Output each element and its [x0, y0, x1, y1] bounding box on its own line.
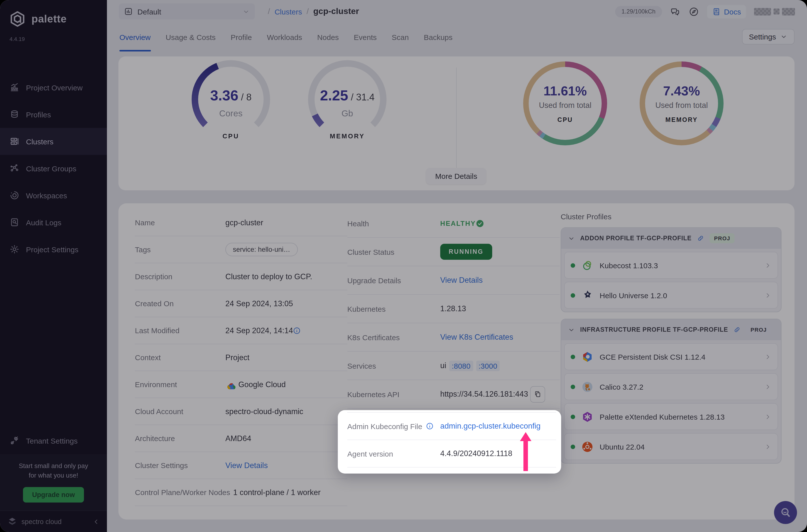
gauge-label: MEMORY — [300, 132, 395, 140]
link-view-details[interactable]: View Details — [225, 461, 268, 470]
clusters-icon — [10, 136, 19, 146]
row-label: Architecture — [135, 434, 225, 442]
search-fab-button[interactable] — [774, 501, 797, 524]
sidebar-item-audit-logs[interactable]: Audit Logs — [0, 209, 107, 236]
row-value: 1 control-plane / 1 worker — [233, 488, 321, 497]
sidebar: palette 4.4.19 Project OverviewProfilesC… — [0, 0, 107, 532]
cluster-groups-icon — [10, 163, 19, 173]
sidebar-item-label: Cluster Groups — [26, 164, 76, 173]
project-selector[interactable]: Default — [119, 3, 255, 19]
workspaces-icon — [10, 190, 19, 200]
donut-percent: 11.61% — [543, 83, 587, 99]
spectro-logo-icon — [7, 516, 18, 527]
sidebar-item-clusters[interactable]: Clusters — [0, 128, 107, 155]
scope-badge: PROJ — [746, 325, 771, 335]
tab-usage-costs[interactable]: Usage & Costs — [166, 23, 215, 52]
project-selector-value: Default — [137, 7, 161, 16]
row-label: Cloud Account — [135, 407, 225, 416]
row-kubernetes: Kubernetes1.28.13 — [347, 295, 560, 323]
service-port-link[interactable]: :8080 — [449, 360, 473, 371]
info-icon[interactable] — [293, 326, 301, 335]
brand-name: palette — [32, 13, 67, 25]
row-agent-version: Agent version 4.4.9/20240912.1118 — [347, 440, 556, 468]
info-icon[interactable] — [426, 422, 434, 430]
gce-logo-icon — [581, 350, 594, 363]
chevron-down-icon — [568, 234, 575, 242]
link-view-details[interactable]: View Details — [440, 276, 483, 285]
row-services: Servicesui:8080:3000 — [347, 352, 560, 380]
row-label: Cluster Settings — [135, 461, 225, 470]
service-port-link[interactable]: :3000 — [476, 360, 500, 371]
sidebar-item-tenant-settings[interactable]: Tenant Settings — [0, 428, 107, 454]
breadcrumb-link-clusters[interactable]: Clusters — [275, 7, 302, 16]
pxk-logo-icon — [581, 410, 594, 423]
sidebar-item-cluster-groups[interactable]: Cluster Groups — [0, 155, 107, 182]
profile-group-header[interactable]: ADDON PROFILE TF-GCP-PROFILE PROJ — [561, 228, 781, 249]
row-value: 1.28.13 — [440, 304, 466, 313]
tab-workloads[interactable]: Workloads — [267, 23, 302, 52]
row-value: 24 Sep 2024, 13:05 — [225, 299, 293, 308]
main-area: Default / Clusters / gcp-cluster 1.29/10… — [107, 0, 807, 532]
audit-logs-icon — [10, 217, 19, 227]
tab-overview[interactable]: Overview — [119, 23, 151, 52]
row-created-on: Created On24 Sep 2024, 13:05 — [135, 290, 347, 317]
row-name: Namegcp-cluster — [135, 209, 347, 236]
card-divider — [456, 68, 457, 173]
tab-profile[interactable]: Profile — [231, 23, 252, 52]
profile-group-title: INFRASTRUCTURE PROFILE TF-GCP-PROFILE — [580, 326, 728, 333]
row-label: K8s Certificates — [347, 333, 440, 341]
donut-label: CPU — [558, 116, 573, 124]
sidebar-item-label: Profiles — [26, 110, 51, 119]
tab-backups[interactable]: Backups — [424, 23, 452, 52]
upgrade-now-button[interactable]: Upgrade now — [23, 487, 84, 502]
usage-quota-badge: 1.29/100kCh — [615, 6, 662, 17]
tab-nodes[interactable]: Nodes — [317, 23, 339, 52]
check-circle-icon — [476, 219, 484, 228]
row-value: https://34.54.126.181:443 — [440, 390, 528, 399]
profile-item-palette-extended-kubernetes-1-28-13[interactable]: Palette eXtended Kubernetes 1.28.13 — [564, 403, 778, 430]
copy-button[interactable] — [530, 386, 545, 402]
settings-button[interactable]: Settings — [742, 29, 794, 44]
compass-icon[interactable] — [689, 6, 699, 17]
sidebar-item-workspaces[interactable]: Workspaces — [0, 182, 107, 209]
more-details-button[interactable]: More Details — [426, 168, 486, 184]
ubuntu-logo-icon — [581, 440, 594, 453]
profile-group-header[interactable]: INFRASTRUCTURE PROFILE TF-GCP-PROFILE PR… — [561, 319, 781, 340]
chat-icon[interactable] — [670, 6, 680, 17]
sidebar-item-project-overview[interactable]: Project Overview — [0, 74, 107, 101]
profile-item-hello-universe-1-2-0[interactable]: Hello Universe 1.2.0 — [564, 282, 778, 309]
stage: palette 4.4.19 Project OverviewProfilesC… — [0, 0, 807, 532]
tenant-settings-icon — [10, 436, 19, 446]
profile-item-calico-3-27-2[interactable]: Calico 3.27.2 — [564, 373, 778, 400]
tab-scan[interactable]: Scan — [392, 23, 409, 52]
cluster-details-card: Namegcp-clusterTagsservice: hello-uni…De… — [118, 203, 794, 519]
admin-kubeconfig-label: Admin Kubeconfig File — [347, 422, 422, 430]
row-value: Google Cloud — [225, 380, 286, 389]
sidebar-item-project-settings[interactable]: Project Settings — [0, 236, 107, 263]
donut-cpu: 11.61% Used from total CPU — [523, 61, 607, 145]
profile-item-kubecost-1-103-3[interactable]: Kubecost 1.103.3 — [564, 252, 778, 279]
profile-item-ubuntu-22-04[interactable]: Ubuntu 22.04 — [564, 433, 778, 460]
link-view-k8s-certificates[interactable]: View K8s Certificates — [440, 333, 513, 342]
tab-events[interactable]: Events — [354, 23, 377, 52]
docs-button[interactable]: Docs — [707, 5, 746, 18]
collapse-sidebar-icon[interactable] — [92, 518, 100, 525]
sidebar-item-profiles[interactable]: Profiles — [0, 101, 107, 128]
app-version: 4.4.19 — [10, 36, 107, 42]
status-dot — [571, 444, 575, 449]
row-label: Description — [135, 272, 225, 281]
row-value: spectro-cloud-dynamic — [225, 407, 303, 416]
row-value: Cluster to deploy to GCP. — [225, 272, 312, 281]
calico-logo-icon — [581, 380, 594, 393]
scope-badge: PROJ — [710, 233, 735, 243]
donut-memory: 7.43% Used from total MEMORY — [640, 61, 724, 145]
brand-logo: palette — [0, 0, 107, 28]
row-value: AMD64 — [225, 434, 251, 443]
settings-label: Settings — [749, 33, 776, 41]
chevron-right-icon — [764, 353, 771, 360]
admin-kubeconfig-link[interactable]: admin.gcp-cluster.kubeconfig — [440, 422, 541, 431]
chevron-right-icon — [764, 383, 771, 391]
user-account-redacted[interactable] — [754, 8, 795, 15]
profile-item-gce-persistent-disk-csi-1-12-4[interactable]: GCE Persistent Disk CSI 1.12.4 — [564, 343, 778, 370]
row-label: Name — [135, 218, 225, 227]
